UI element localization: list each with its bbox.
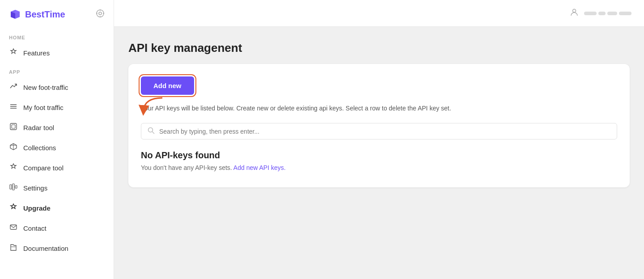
mail-icon	[9, 223, 18, 233]
compare-icon	[9, 163, 18, 173]
sidebar-logo: BestTime	[0, 0, 114, 29]
sidebar-item-my-foot-traffic-label: My foot traffic	[23, 104, 64, 111]
search-bar	[141, 123, 617, 140]
add-new-section: Add new	[141, 76, 194, 95]
svg-rect-13	[10, 185, 12, 189]
svg-rect-14	[13, 184, 14, 190]
sidebar-item-compare-tool-label: Compare tool	[23, 164, 64, 172]
sidebar-item-settings-label: Settings	[23, 184, 47, 192]
description-text: Your API keys will be listed below. Crea…	[141, 104, 617, 113]
sidebar-item-contact-label: Contact	[23, 224, 47, 232]
search-icon	[148, 127, 155, 135]
section-label-home: HOME	[0, 29, 114, 43]
page-title: API key managenent	[128, 41, 630, 55]
sidebar-item-radar-tool-label: Radar tool	[23, 124, 54, 131]
search-input[interactable]	[159, 128, 610, 135]
sidebar-item-collections[interactable]: Collections	[0, 138, 114, 158]
api-key-card: Add new Your API keys will be listed bel…	[128, 64, 630, 187]
book-icon	[9, 243, 18, 254]
box-icon	[9, 143, 18, 153]
sidebar-item-settings[interactable]: Settings	[0, 178, 114, 198]
sidebar-item-features[interactable]: Features	[0, 43, 114, 63]
main-content: API key managenent Add new Your API keys…	[114, 0, 644, 279]
sidebar-item-new-foot-traffic-label: New foot-traffic	[23, 84, 68, 91]
svg-rect-10	[12, 125, 15, 128]
upgrade-icon	[9, 203, 18, 213]
dot2	[598, 12, 606, 15]
sidebar-item-contact[interactable]: Contact	[0, 218, 114, 238]
svg-point-1	[99, 12, 102, 15]
add-new-button[interactable]: Add new	[141, 76, 194, 95]
section-label-app: APP	[0, 63, 114, 77]
topbar-placeholder-dots	[584, 12, 631, 15]
no-api-keys-title: No API-keys found	[141, 150, 617, 161]
sidebar-item-features-label: Features	[23, 49, 50, 57]
sidebar-item-new-foot-traffic[interactable]: New foot-traffic	[0, 77, 114, 97]
user-icon	[570, 8, 579, 19]
svg-point-0	[97, 10, 104, 17]
topbar	[114, 0, 644, 27]
dot4	[619, 12, 631, 15]
sidebar-item-collections-label: Collections	[23, 144, 56, 152]
add-new-api-keys-link[interactable]: Add new API keys.	[233, 164, 286, 171]
radar-icon	[9, 123, 18, 133]
sidebar-item-documentation[interactable]: Documentation	[0, 238, 114, 258]
sidebar-item-my-foot-traffic[interactable]: My foot traffic	[0, 97, 114, 118]
star-icon	[9, 48, 18, 58]
svg-point-19	[148, 128, 153, 132]
dot3	[607, 12, 617, 15]
sidebar: BestTime HOME Features APP	[0, 0, 114, 279]
sidebar-item-upgrade-label: Upgrade	[23, 204, 51, 212]
svg-line-20	[153, 132, 155, 134]
no-api-keys-text: You don't have any API-key sets. Add new…	[141, 164, 617, 171]
settings-icon	[9, 183, 18, 193]
svg-rect-9	[10, 123, 17, 130]
content-area: API key managenent Add new Your API keys…	[114, 27, 644, 279]
dot1	[584, 12, 597, 15]
target-icon[interactable]	[96, 9, 105, 20]
svg-rect-15	[15, 186, 17, 188]
svg-point-18	[573, 9, 576, 13]
sidebar-item-documentation-label: Documentation	[23, 245, 68, 252]
logo-text: BestTime	[25, 9, 65, 20]
sidebar-item-radar-tool[interactable]: Radar tool	[0, 118, 114, 138]
sidebar-item-compare-tool[interactable]: Compare tool	[0, 158, 114, 178]
list-icon	[9, 102, 18, 113]
sidebar-item-upgrade[interactable]: Upgrade	[0, 198, 114, 218]
svg-rect-16	[10, 225, 17, 229]
logo-icon	[9, 8, 21, 21]
trending-icon	[9, 82, 18, 93]
